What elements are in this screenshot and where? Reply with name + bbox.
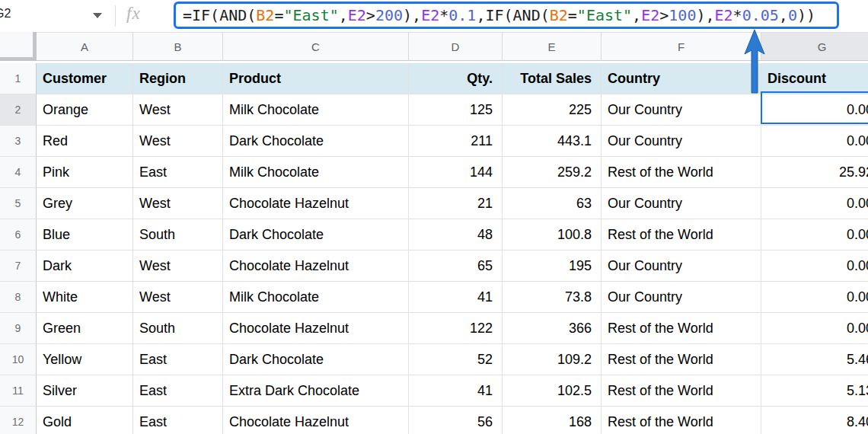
- header-cell-discount[interactable]: Discount: [761, 63, 868, 94]
- table-cell[interactable]: Rest of the World: [602, 407, 761, 434]
- table-cell[interactable]: 8.40: [761, 407, 868, 434]
- table-cell[interactable]: 225: [503, 94, 602, 126]
- table-cell[interactable]: Our Country: [602, 251, 761, 282]
- row-header-7[interactable]: 7: [0, 251, 37, 282]
- table-cell[interactable]: Dark: [37, 251, 133, 282]
- table-cell[interactable]: 211: [409, 126, 503, 157]
- column-header-f[interactable]: F: [602, 32, 761, 61]
- row-header-8[interactable]: 8: [0, 282, 37, 313]
- table-cell[interactable]: Yellow: [37, 344, 133, 375]
- table-cell[interactable]: 0.00: [761, 313, 868, 344]
- table-cell[interactable]: Green: [37, 313, 133, 344]
- table-cell[interactable]: 0.00: [761, 282, 868, 313]
- header-cell-region[interactable]: Region: [133, 63, 223, 94]
- table-cell[interactable]: West: [133, 188, 223, 219]
- name-box[interactable]: G2: [0, 7, 11, 21]
- table-cell[interactable]: Blue: [37, 219, 133, 251]
- table-cell[interactable]: Chocolate Hazelnut: [223, 313, 409, 344]
- row-header-6[interactable]: 6: [0, 219, 37, 251]
- table-cell[interactable]: 5.46: [761, 344, 868, 375]
- table-cell[interactable]: West: [133, 251, 223, 282]
- column-header-g[interactable]: G: [761, 32, 868, 61]
- table-cell[interactable]: Chocolate Hazelnut: [223, 188, 409, 219]
- table-cell[interactable]: Milk Chocolate: [223, 157, 409, 188]
- table-cell[interactable]: 125: [409, 94, 503, 126]
- table-cell[interactable]: Rest of the World: [602, 219, 761, 251]
- name-box-dropdown-icon[interactable]: [93, 13, 102, 18]
- table-cell[interactable]: 41: [409, 375, 503, 407]
- table-cell[interactable]: Extra Dark Chocolate: [223, 375, 409, 407]
- table-cell[interactable]: 56: [409, 407, 503, 434]
- table-cell[interactable]: West: [133, 282, 223, 313]
- column-header-d[interactable]: D: [409, 32, 503, 61]
- column-header-a[interactable]: A: [37, 32, 133, 61]
- table-cell[interactable]: Our Country: [602, 94, 761, 126]
- header-cell-qty-[interactable]: Qty.: [409, 63, 503, 94]
- table-cell[interactable]: White: [37, 282, 133, 313]
- table-cell[interactable]: 0.00: [761, 219, 868, 251]
- table-cell[interactable]: 25.92: [761, 157, 868, 188]
- column-header-e[interactable]: E: [503, 32, 602, 61]
- table-cell[interactable]: 122: [409, 313, 503, 344]
- table-cell[interactable]: Orange: [37, 94, 133, 126]
- table-cell[interactable]: 102.5: [503, 375, 602, 407]
- row-header-1[interactable]: 1: [0, 63, 37, 94]
- table-cell[interactable]: Our Country: [602, 282, 761, 313]
- formula-bar-input[interactable]: =IF(AND(B2="East",E2>200),E2*0.1,IF(AND(…: [174, 2, 839, 29]
- table-cell[interactable]: 65: [409, 251, 503, 282]
- header-cell-customer[interactable]: Customer: [37, 63, 133, 94]
- table-cell[interactable]: 195: [503, 251, 602, 282]
- row-header-2[interactable]: 2: [0, 94, 37, 126]
- table-cell[interactable]: 144: [409, 157, 503, 188]
- table-cell[interactable]: 52: [409, 344, 503, 375]
- table-cell[interactable]: West: [133, 94, 223, 126]
- table-cell[interactable]: Rest of the World: [602, 375, 761, 407]
- table-cell[interactable]: 443.1: [503, 126, 602, 157]
- table-cell[interactable]: Milk Chocolate: [223, 94, 409, 126]
- table-cell[interactable]: 41: [409, 282, 503, 313]
- table-cell[interactable]: 0.00: [761, 251, 868, 282]
- table-cell[interactable]: Milk Chocolate: [223, 282, 409, 313]
- table-cell[interactable]: Silver: [37, 375, 133, 407]
- table-cell[interactable]: Dark Chocolate: [223, 344, 409, 375]
- row-header-3[interactable]: 3: [0, 126, 37, 157]
- table-cell[interactable]: Red: [37, 126, 133, 157]
- table-cell[interactable]: 0.00: [761, 126, 868, 157]
- table-cell[interactable]: South: [133, 219, 223, 251]
- table-cell[interactable]: East: [133, 407, 223, 434]
- table-cell[interactable]: East: [133, 375, 223, 407]
- column-header-b[interactable]: B: [133, 32, 223, 61]
- table-cell[interactable]: 63: [503, 188, 602, 219]
- table-cell[interactable]: 168: [503, 407, 602, 434]
- table-cell[interactable]: West: [133, 126, 223, 157]
- row-header-4[interactable]: 4: [0, 157, 37, 188]
- table-cell[interactable]: Grey: [37, 188, 133, 219]
- row-header-12[interactable]: 12: [0, 407, 37, 434]
- table-cell[interactable]: 48: [409, 219, 503, 251]
- table-cell[interactable]: Chocolate Hazelnut: [223, 251, 409, 282]
- select-all-corner[interactable]: [0, 32, 37, 61]
- table-cell[interactable]: Gold: [37, 407, 133, 434]
- table-cell[interactable]: Rest of the World: [602, 313, 761, 344]
- table-cell[interactable]: Rest of the World: [602, 157, 761, 188]
- header-cell-total-sales[interactable]: Total Sales: [503, 63, 602, 94]
- table-cell[interactable]: South: [133, 313, 223, 344]
- column-header-c[interactable]: C: [223, 32, 409, 61]
- table-cell[interactable]: 259.2: [503, 157, 602, 188]
- header-cell-country[interactable]: Country: [602, 63, 761, 94]
- table-cell[interactable]: 100.8: [503, 219, 602, 251]
- table-cell[interactable]: East: [133, 157, 223, 188]
- table-cell[interactable]: Our Country: [602, 126, 761, 157]
- row-header-10[interactable]: 10: [0, 344, 37, 375]
- table-cell[interactable]: 0.00: [761, 188, 868, 219]
- row-header-9[interactable]: 9: [0, 313, 37, 344]
- table-cell[interactable]: Rest of the World: [602, 344, 761, 375]
- table-cell[interactable]: 73.8: [503, 282, 602, 313]
- row-header-11[interactable]: 11: [0, 375, 37, 407]
- header-cell-product[interactable]: Product: [223, 63, 409, 94]
- table-cell[interactable]: 5.13: [761, 375, 868, 407]
- table-cell[interactable]: Dark Chocolate: [223, 219, 409, 251]
- table-cell[interactable]: Chocolate Hazelnut: [223, 407, 409, 434]
- table-cell[interactable]: 366: [503, 313, 602, 344]
- row-header-5[interactable]: 5: [0, 188, 37, 219]
